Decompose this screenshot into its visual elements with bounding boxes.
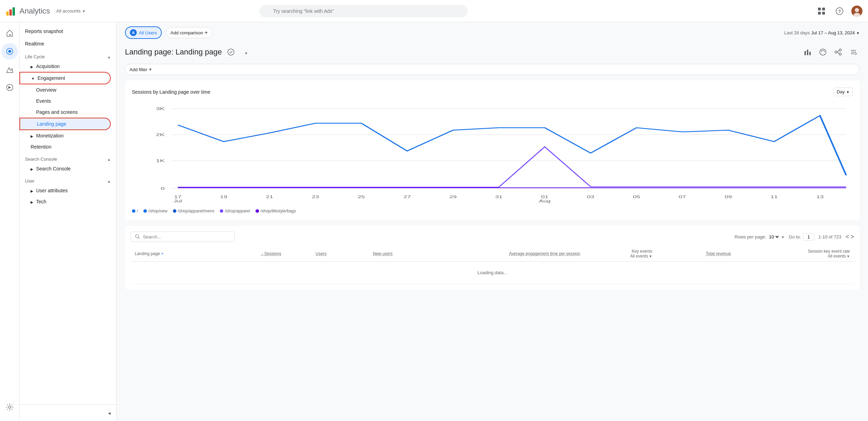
add-column-button[interactable]: + — [161, 251, 164, 256]
apps-grid-button[interactable] — [815, 5, 828, 17]
key-events-chevron[interactable] — [649, 254, 652, 259]
col-landing-page[interactable]: Landing page + — [131, 246, 218, 262]
date-range-chevron-icon — [856, 30, 860, 35]
svg-rect-17 — [807, 50, 808, 55]
col-session-key-event-rate[interactable]: Session key event rate All events — [735, 246, 854, 262]
goto-container: Go to: — [789, 233, 814, 241]
svg-text:19: 19 — [220, 195, 227, 199]
svg-rect-2 — [12, 7, 15, 16]
table-pagination: Rows per page: 10 25 50 Go to: 1-10 of 7… — [735, 233, 854, 241]
all-users-chip[interactable]: A All Users — [125, 26, 162, 39]
table-search-wrapper — [131, 231, 235, 242]
legend-dot-shop-new — [143, 209, 147, 213]
user-avatar[interactable] — [851, 6, 862, 17]
toolbar: A All Users Add comparison + Last 28 day… — [125, 22, 860, 43]
col-sessions[interactable]: ↓ Sessions — [218, 246, 285, 262]
add-filter-button[interactable]: Add filter + — [125, 64, 860, 75]
next-page-button[interactable]: > — [850, 233, 854, 241]
logo-area: Analytics All accounts — [6, 6, 85, 16]
svg-text:0: 0 — [161, 186, 165, 191]
nav-engagement[interactable]: Engagement — [20, 73, 110, 84]
engagement-expand-icon — [31, 75, 35, 81]
granularity-chevron-icon — [846, 89, 850, 94]
search-input[interactable] — [259, 5, 468, 17]
svg-text:27: 27 — [403, 195, 411, 199]
legend-item-shop-new: /shop/new — [143, 209, 167, 213]
nav-user-attributes[interactable]: User attributes — [19, 185, 116, 196]
chart-legend: / /shop/new /shop/apparel/mens /shop/app… — [132, 209, 853, 213]
nav-pages-screens[interactable]: Pages and screens — [19, 107, 116, 118]
user-section-chevron-icon[interactable] — [107, 178, 111, 184]
sidebar-item-explore[interactable] — [1, 61, 18, 78]
title-check-icon[interactable] — [225, 46, 237, 58]
col-key-events[interactable]: Key events All events — [584, 246, 656, 262]
col-total-revenue[interactable]: Total revenue — [657, 246, 735, 262]
svg-rect-0 — [6, 11, 9, 16]
chip-letter: A — [130, 29, 137, 36]
granularity-selector[interactable]: Day — [834, 87, 853, 96]
legend-dot-shop-apparel — [220, 209, 223, 213]
svg-rect-18 — [809, 52, 811, 55]
prev-page-button[interactable]: < — [845, 233, 849, 241]
title-dropdown-icon[interactable] — [240, 46, 252, 58]
svg-text:07: 07 — [679, 195, 686, 199]
search-console-chevron-icon[interactable] — [107, 157, 111, 162]
account-chevron-icon — [82, 8, 85, 14]
svg-text:?: ? — [838, 9, 841, 14]
chart-container: 3K 2K 1K 0 17 Jul 19 21 23 25 27 29 31 0… — [132, 102, 853, 206]
svg-text:2K: 2K — [156, 133, 165, 137]
search-bar — [259, 5, 468, 17]
svg-text:29: 29 — [449, 195, 457, 199]
svg-text:21: 21 — [266, 195, 273, 199]
title-icons — [801, 46, 860, 58]
svg-text:11: 11 — [770, 195, 778, 199]
col-users[interactable]: Users — [285, 246, 331, 262]
sidebar-item-home[interactable] — [1, 25, 18, 42]
sidebar-item-advertising[interactable] — [1, 79, 18, 96]
col-engagement-time[interactable]: Average engagement time per session — [397, 246, 585, 262]
account-label: All accounts — [56, 8, 81, 14]
collapse-nav-button[interactable] — [19, 404, 116, 421]
legend-item-shop-apparel-mens: /shop/apparel/mens — [173, 209, 214, 213]
account-selector[interactable]: All accounts — [56, 8, 85, 14]
search-console-section-header: Search Console — [19, 152, 116, 163]
table-search-input[interactable] — [143, 234, 230, 239]
nav-reports-snapshot[interactable]: Reports snapshot — [19, 25, 116, 37]
svg-rect-16 — [804, 51, 806, 55]
goto-input[interactable] — [803, 233, 814, 241]
nav-landing-page[interactable]: Landing page — [20, 118, 110, 129]
column-chart-icon[interactable] — [801, 46, 814, 58]
svg-text:31: 31 — [495, 195, 502, 199]
nav-events[interactable]: Events — [19, 95, 116, 107]
nav-overview[interactable]: Overview — [19, 84, 116, 95]
date-range-selector[interactable]: Last 28 days Jul 17 – Aug 13, 2024 — [784, 30, 860, 35]
lifecycle-chevron-icon[interactable] — [107, 54, 111, 59]
sidebar-item-settings[interactable] — [1, 399, 18, 415]
svg-text:23: 23 — [312, 195, 319, 199]
nav-realtime[interactable]: Realtime — [19, 37, 116, 50]
data-table: Landing page + ↓ Sessions Users New user… — [131, 246, 854, 284]
share-icon[interactable] — [832, 46, 844, 58]
svg-point-21 — [835, 51, 837, 53]
sidebar-item-reports[interactable] — [1, 43, 18, 60]
nav-tech[interactable]: Tech — [19, 196, 116, 207]
nav-retention[interactable]: Retention — [19, 141, 116, 152]
svg-point-48 — [135, 235, 139, 238]
table-search-icon — [135, 234, 140, 239]
help-button[interactable]: ? — [833, 5, 846, 17]
compare-icon[interactable] — [817, 46, 829, 58]
page-title-area: Landing page: Landing page — [125, 43, 860, 64]
rows-per-page-chevron — [781, 234, 785, 239]
user-section-header: User — [19, 174, 116, 185]
header-actions: ? — [815, 5, 862, 17]
engagement-highlighted-box: Engagement — [19, 72, 111, 84]
nav-acquisition[interactable]: Acquisition — [19, 61, 116, 72]
nav-search-console[interactable]: Search Console — [19, 163, 116, 174]
nav-monetization[interactable]: Monetization — [19, 130, 116, 141]
add-icon: + — [205, 30, 208, 36]
col-new-users[interactable]: New users — [331, 246, 397, 262]
more-options-icon[interactable] — [847, 46, 860, 58]
session-key-event-rate-chevron[interactable] — [846, 254, 850, 259]
add-comparison-button[interactable]: Add comparison + — [166, 27, 212, 38]
rows-per-page-select[interactable]: 10 25 50 — [768, 234, 780, 240]
